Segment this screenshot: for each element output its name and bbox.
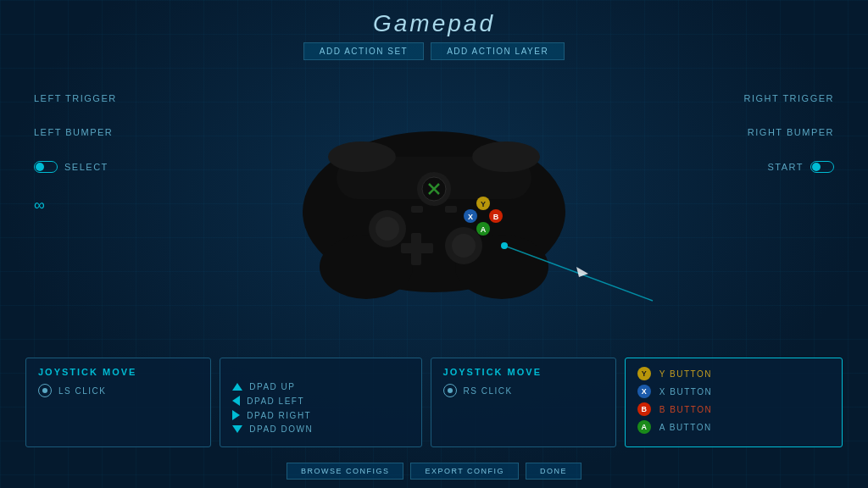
start-label: START: [767, 162, 804, 172]
svg-point-1: [320, 235, 413, 299]
header-buttons: ADD ACTION SET ADD ACTION LAYER: [0, 42, 868, 60]
y-button-icon: Y: [637, 367, 651, 380]
svg-text:B: B: [493, 213, 499, 221]
y-button-row[interactable]: Y Y BUTTON: [637, 367, 830, 380]
svg-point-5: [472, 141, 540, 172]
select-toggle-icon[interactable]: [34, 161, 58, 173]
browse-configs-button[interactable]: BROWSE CONFIGS: [287, 463, 404, 480]
ls-click-label: LS CLICK: [58, 386, 106, 396]
rs-click-row[interactable]: RS CLICK: [443, 384, 604, 397]
b-button-label: B BUTTON: [659, 405, 712, 414]
right-bumper-label: RIGHT BUMPER: [744, 127, 835, 137]
svg-rect-11: [401, 243, 433, 253]
dpad-right-icon: [232, 410, 240, 420]
dpad-right-row[interactable]: DPAD RIGHT: [232, 410, 409, 420]
svg-text:A: A: [481, 225, 487, 234]
svg-point-4: [328, 141, 396, 172]
done-button[interactable]: DONE: [526, 463, 581, 480]
add-action-set-button[interactable]: ADD ACTION SET: [303, 42, 424, 60]
dpad-up-label: DPAD UP: [249, 382, 295, 391]
right-trigger-label: RIGHT TRIGGER: [744, 93, 835, 103]
ls-click-row[interactable]: LS CLICK: [38, 384, 198, 397]
dpad-left-label: DPAD LEFT: [247, 396, 304, 406]
export-config-button[interactable]: EXPORT CONFIG: [410, 463, 519, 480]
dpad-down-icon: [232, 425, 242, 433]
infinity-icon: ∞: [34, 197, 46, 214]
dpad-left-row[interactable]: DPAD LEFT: [232, 396, 409, 406]
dpad-down-row[interactable]: DPAD DOWN: [232, 424, 409, 434]
svg-text:Y: Y: [481, 200, 486, 208]
select-label-row: SELECT: [34, 161, 117, 173]
header: Gamepad ADD ACTION SET ADD ACTION LAYER: [0, 0, 868, 60]
x-button-row[interactable]: X X BUTTON: [637, 385, 830, 398]
face-buttons-card: Y Y BUTTON X X BUTTON B B BUTTON A A BUT…: [625, 358, 843, 447]
left-bumper-label: LEFT BUMPER: [34, 127, 117, 137]
dpad-right-label: DPAD RIGHT: [247, 411, 311, 420]
svg-point-9: [452, 234, 476, 258]
start-label-row: START: [744, 161, 835, 173]
dpad-down-label: DPAD DOWN: [249, 424, 313, 434]
svg-point-7: [376, 217, 399, 241]
b-button-row[interactable]: B B BUTTON: [637, 402, 830, 416]
rs-joystick-icon: [443, 384, 457, 397]
main-content: Gamepad ADD ACTION SET ADD ACTION LAYER …: [0, 0, 868, 488]
svg-rect-15: [445, 206, 457, 213]
rs-card-title: JOYSTICK MOVE: [443, 367, 604, 377]
b-button-icon: B: [637, 402, 651, 416]
dpad-card: DPAD UP DPAD LEFT DPAD RIGHT DPAD DOWN: [220, 358, 421, 447]
bottom-cards: JOYSTICK MOVE LS CLICK DPAD UP DPAD LEFT…: [25, 358, 843, 447]
add-action-layer-button[interactable]: ADD ACTION LAYER: [431, 42, 565, 60]
y-button-label: Y BUTTON: [659, 369, 712, 379]
right-labels: RIGHT TRIGGER RIGHT BUMPER START: [744, 93, 835, 197]
select-label: SELECT: [64, 162, 108, 172]
dpad-left-icon: [232, 396, 240, 406]
ls-joystick-icon: [38, 384, 52, 397]
svg-text:X: X: [468, 213, 473, 221]
rs-click-label: RS CLICK: [464, 386, 513, 396]
controller-area: Y X B A: [286, 80, 582, 301]
left-trigger-label: LEFT TRIGGER: [34, 93, 117, 103]
rs-card: JOYSTICK MOVE RS CLICK: [431, 358, 616, 447]
page-title: Gamepad: [0, 10, 868, 37]
a-button-icon: A: [637, 420, 651, 434]
dpad-up-row[interactable]: DPAD UP: [232, 382, 409, 391]
dpad-up-icon: [232, 383, 242, 391]
start-toggle-icon[interactable]: [810, 161, 834, 173]
ls-card: JOYSTICK MOVE LS CLICK: [25, 358, 211, 447]
ls-card-title: JOYSTICK MOVE: [38, 367, 198, 377]
x-button-label: X BUTTON: [659, 387, 712, 396]
svg-rect-14: [411, 206, 423, 213]
footer: BROWSE CONFIGS EXPORT CONFIG DONE: [0, 463, 868, 480]
controller-image: Y X B A: [286, 80, 582, 301]
x-button-icon: X: [637, 385, 651, 398]
infinity-label: ∞: [34, 197, 117, 214]
left-labels: LEFT TRIGGER LEFT BUMPER SELECT ∞: [34, 93, 117, 238]
a-button-row[interactable]: A A BUTTON: [637, 420, 830, 434]
a-button-label: A BUTTON: [659, 423, 712, 432]
